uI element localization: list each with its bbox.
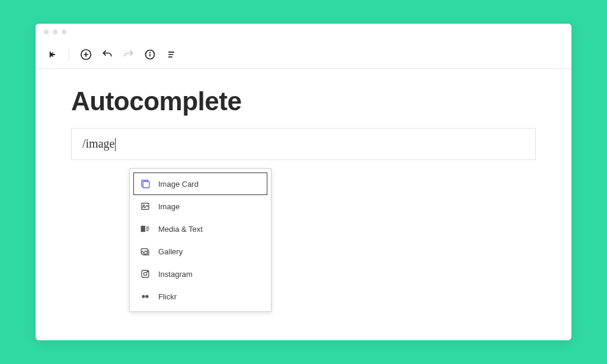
outline-button[interactable] — [162, 45, 181, 64]
svg-point-12 — [142, 295, 145, 298]
editor-toolbar — [36, 40, 571, 69]
list-icon — [165, 49, 177, 60]
add-block-button[interactable] — [76, 45, 95, 64]
menu-item-image[interactable]: Image — [133, 195, 267, 218]
menu-item-label: Image Card — [158, 180, 199, 189]
toolbar-divider — [69, 47, 69, 62]
svg-point-13 — [145, 295, 148, 298]
image-card-icon — [139, 178, 151, 190]
menu-item-image-card[interactable]: Image Card — [133, 173, 267, 195]
gallery-icon — [139, 245, 151, 257]
redo-button[interactable] — [119, 45, 138, 64]
svg-point-2 — [150, 52, 151, 53]
image-icon — [139, 200, 151, 212]
undo-icon — [101, 49, 113, 60]
menu-item-instagram[interactable]: Instagram — [133, 263, 267, 285]
instagram-icon — [139, 268, 151, 280]
svg-point-6 — [143, 205, 145, 206]
editor-content: Autocomplete /image Image Card Image — [36, 69, 571, 340]
back-button[interactable] — [43, 45, 62, 64]
chrome-dot — [53, 30, 57, 34]
post-title[interactable]: Autocomplete — [71, 87, 536, 116]
autocomplete-menu: Image Card Image Media & Text Gallery — [129, 168, 271, 312]
flickr-icon — [139, 290, 151, 302]
undo-button[interactable] — [98, 45, 117, 64]
menu-item-label: Media & Text — [158, 225, 203, 234]
chrome-dot — [44, 30, 49, 34]
menu-item-label: Image — [158, 202, 180, 211]
svg-point-10 — [143, 272, 146, 275]
menu-item-label: Gallery — [158, 247, 183, 256]
media-text-icon — [139, 223, 151, 235]
svg-point-11 — [147, 272, 148, 273]
menu-item-label: Flickr — [158, 292, 177, 301]
menu-item-flickr[interactable]: Flickr — [133, 285, 267, 308]
back-icon — [46, 49, 58, 60]
browser-chrome — [36, 24, 571, 40]
svg-rect-7 — [141, 226, 145, 232]
block-input-text: /image — [82, 137, 114, 151]
menu-item-media-text[interactable]: Media & Text — [133, 218, 267, 240]
svg-rect-4 — [143, 181, 149, 188]
chrome-dot — [62, 30, 66, 34]
info-icon — [144, 49, 156, 60]
browser-window: Autocomplete /image Image Card Image — [36, 24, 571, 340]
plus-circle-icon — [79, 48, 92, 61]
info-button[interactable] — [140, 45, 159, 64]
redo-icon — [123, 49, 135, 60]
text-cursor — [115, 138, 116, 151]
menu-item-label: Instagram — [158, 270, 193, 279]
menu-item-gallery[interactable]: Gallery — [133, 240, 267, 263]
block-input[interactable]: /image — [71, 128, 536, 160]
